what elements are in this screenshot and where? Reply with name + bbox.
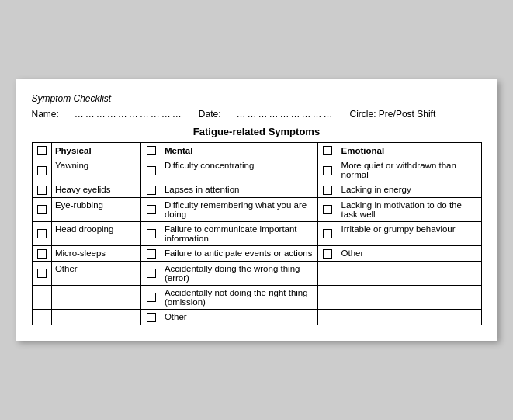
emotional-header-checkbox-cell xyxy=(318,143,338,158)
mental-header-checkbox[interactable] xyxy=(147,146,156,155)
row5-mental-label: Accidentally doing the wrong thing (erro… xyxy=(161,261,317,285)
table-row: Accidentally not doing the right thing (… xyxy=(32,285,481,309)
row0-emotional-cb-cell xyxy=(318,158,338,182)
circle-label: Circle: Pre/Post Shift xyxy=(350,109,436,120)
date-label: Date: xyxy=(199,109,221,120)
row3-mental-label: Failure to communicate important informa… xyxy=(161,222,317,246)
row5-mental-checkbox[interactable] xyxy=(147,269,156,278)
row1-mental-label: Lapses in attention xyxy=(161,182,317,198)
row7-physical-label-empty xyxy=(51,309,141,325)
row3-physical-checkbox[interactable] xyxy=(37,229,47,238)
row7-emotional-label-empty xyxy=(338,309,481,325)
row6-mental-label: Accidentally not doing the right thing (… xyxy=(161,285,317,309)
row5-emotional-cb-empty xyxy=(318,261,338,285)
row6-mental-cb-cell xyxy=(141,285,161,309)
row6-emotional-cb-empty xyxy=(318,285,338,309)
row5-physical-checkbox[interactable] xyxy=(37,269,47,278)
row4-emotional-label: Other xyxy=(338,246,481,262)
row2-mental-checkbox[interactable] xyxy=(147,205,156,214)
row1-physical-label: Heavy eyelids xyxy=(51,182,141,198)
row4-mental-label: Failure to anticipate events or actions xyxy=(161,246,317,262)
row6-physical-cb-empty xyxy=(32,285,51,309)
row3-physical-cb-cell xyxy=(32,222,51,246)
row0-mental-label: Difficulty concentrating xyxy=(161,158,317,182)
row7-mental-cb-cell xyxy=(141,309,161,325)
row4-emotional-checkbox[interactable] xyxy=(323,249,332,259)
row2-mental-label: Difficulty remembering what you are doin… xyxy=(161,198,317,222)
row2-physical-label: Eye-rubbing xyxy=(51,198,141,222)
row7-emotional-cb-empty xyxy=(318,309,338,325)
row4-physical-cb-cell xyxy=(32,246,51,262)
physical-header-checkbox[interactable] xyxy=(37,146,47,155)
table-row: Other xyxy=(32,309,481,325)
checklist-title: Symptom Checklist xyxy=(32,93,482,104)
row6-physical-label-empty xyxy=(51,285,141,309)
row3-mental-cb-cell xyxy=(141,222,161,246)
row1-physical-checkbox[interactable] xyxy=(37,186,47,195)
row4-mental-checkbox[interactable] xyxy=(147,249,156,259)
row2-mental-cb-cell xyxy=(141,198,161,222)
symptom-table: Physical Mental Emotional Yawning Diffic… xyxy=(32,142,482,325)
table-row: Other Accidentally doing the wrong thing… xyxy=(32,261,481,285)
row6-mental-checkbox[interactable] xyxy=(147,293,156,302)
row5-physical-label: Other xyxy=(51,261,141,285)
row2-emotional-label: Lacking in motivation to do the task wel… xyxy=(338,198,481,222)
row1-emotional-label: Lacking in energy xyxy=(338,182,481,198)
row1-emotional-cb-cell xyxy=(318,182,338,198)
row3-mental-checkbox[interactable] xyxy=(147,229,156,238)
table-header-row: Physical Mental Emotional xyxy=(32,143,481,158)
row3-emotional-cb-cell xyxy=(318,222,338,246)
emotional-header-label: Emotional xyxy=(338,143,481,158)
row4-mental-cb-cell xyxy=(141,246,161,262)
mental-header-label: Mental xyxy=(161,143,317,158)
row5-physical-cb-cell xyxy=(32,261,51,285)
name-label: Name: xyxy=(32,109,59,120)
row0-emotional-checkbox[interactable] xyxy=(323,166,332,175)
table-row: Heavy eyelids Lapses in attention Lackin… xyxy=(32,182,481,198)
row3-emotional-checkbox[interactable] xyxy=(323,229,332,238)
row0-physical-checkbox[interactable] xyxy=(37,166,47,175)
date-dots: ……………………… xyxy=(237,109,334,120)
row1-physical-cb-cell xyxy=(32,182,51,198)
section-title: Fatigue-related Symptoms xyxy=(32,126,482,137)
physical-header-checkbox-cell xyxy=(32,143,51,158)
row7-mental-checkbox[interactable] xyxy=(147,313,156,322)
row0-physical-cb-cell xyxy=(32,158,51,182)
physical-header-label: Physical xyxy=(51,143,141,158)
table-row: Yawning Difficulty concentrating More qu… xyxy=(32,158,481,182)
row2-emotional-checkbox[interactable] xyxy=(323,205,332,214)
table-row: Eye-rubbing Difficulty remembering what … xyxy=(32,198,481,222)
row3-emotional-label: Irritable or grumpy behaviour xyxy=(338,222,481,246)
row0-emotional-label: More quiet or withdrawn than normal xyxy=(338,158,481,182)
page: Symptom Checklist Name: ………………………… Date:… xyxy=(16,79,497,341)
row5-emotional-label-empty xyxy=(338,261,481,285)
table-row: Head drooping Failure to communicate imp… xyxy=(32,222,481,246)
row1-mental-checkbox[interactable] xyxy=(147,186,156,195)
row1-emotional-checkbox[interactable] xyxy=(323,186,332,195)
name-dots: ………………………… xyxy=(75,109,183,120)
row1-mental-cb-cell xyxy=(141,182,161,198)
table-row: Micro-sleeps Failure to anticipate event… xyxy=(32,246,481,262)
emotional-header-checkbox[interactable] xyxy=(323,146,332,155)
row7-mental-label: Other xyxy=(161,309,317,325)
row4-physical-checkbox[interactable] xyxy=(37,249,47,259)
row3-physical-label: Head drooping xyxy=(51,222,141,246)
row7-physical-cb-empty xyxy=(32,309,51,325)
row0-physical-label: Yawning xyxy=(51,158,141,182)
name-date-line: Name: ………………………… Date: ……………………… Circle:… xyxy=(32,109,482,120)
row6-emotional-label-empty xyxy=(338,285,481,309)
row5-mental-cb-cell xyxy=(141,261,161,285)
row4-physical-label: Micro-sleeps xyxy=(51,246,141,262)
row0-mental-checkbox[interactable] xyxy=(147,166,156,175)
row4-emotional-cb-cell xyxy=(318,246,338,262)
row2-emotional-cb-cell xyxy=(318,198,338,222)
mental-header-checkbox-cell xyxy=(141,143,161,158)
row2-physical-checkbox[interactable] xyxy=(37,205,47,214)
row0-mental-cb-cell xyxy=(141,158,161,182)
row2-physical-cb-cell xyxy=(32,198,51,222)
